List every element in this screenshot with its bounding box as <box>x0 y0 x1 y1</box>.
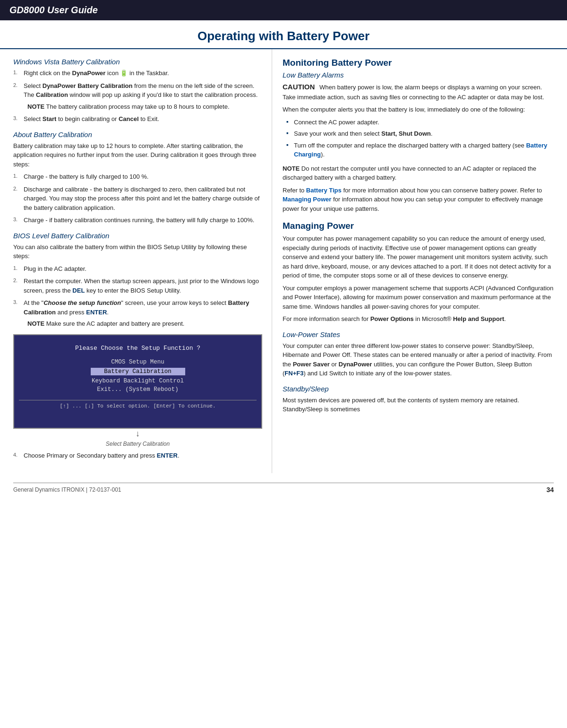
bios-menu-item: CMOS Setup Menu <box>19 358 257 366</box>
page-title-bar: Operating with Battery Power <box>0 20 567 49</box>
content-area: Windows Vista Battery Calibration 1. Rig… <box>0 49 567 473</box>
list-item: 3. At the "Choose the setup function" sc… <box>13 298 262 329</box>
list-item: Save your work and then select Start, Sh… <box>286 129 554 139</box>
list-item: 1. Charge - the battery is fully charged… <box>13 172 262 182</box>
list-item: 2. Discharge and calibrate - the battery… <box>13 185 262 213</box>
refer-para: Refer to Battery Tips for more informati… <box>283 186 554 214</box>
battery-tips-link[interactable]: Battery Tips <box>306 187 342 194</box>
low-battery-para1: When the computer alerts you that the ba… <box>283 105 554 114</box>
section-managing-heading: Managing Power <box>283 221 554 231</box>
section-standby-heading: Standby/Sleep <box>283 385 554 393</box>
section-bios-heading: BIOS Level Battery Calibration <box>13 232 262 240</box>
list-item: 1. Plug in the AC adapter. <box>13 264 262 274</box>
page-footer: General Dynamics ITRONIX | 72-0137-001 3… <box>13 483 554 496</box>
bios-menu-item: Keyboard Backlight Control <box>19 377 257 385</box>
caution-text: When battery power is low, the alarm bee… <box>283 84 544 101</box>
list-item: 3. Select Start to begin calibrating or … <box>13 114 262 124</box>
list-item: Connect the AC power adapter. <box>286 118 554 127</box>
battery-charging-link[interactable]: Battery Charging <box>294 142 547 158</box>
list-item: 1. Right click on the DynaPower icon 🔋 i… <box>13 69 262 78</box>
bios-status-bar: [↑] ... [↓] To select option. [Enter] To… <box>19 400 257 409</box>
vista-steps-list: 1. Right click on the DynaPower icon 🔋 i… <box>13 69 262 124</box>
bios-screenshot: Please Choose the Setup Function ? CMOS … <box>13 334 262 429</box>
footer-company: General Dynamics ITRONIX | 72-0137-001 <box>13 486 121 493</box>
section-about-heading: About Battery Calibration <box>13 130 262 139</box>
bios-screen-title: Please Choose the Setup Function ? <box>19 345 257 352</box>
bios-caption: Select Battery Calibration <box>13 441 262 447</box>
caution-label: CAUTION <box>283 83 315 91</box>
bios-arrow-icon: ↓ <box>13 429 262 439</box>
page-header: GD8000 User Guide <box>0 0 567 20</box>
bios-menu-item: Exit... (System Reboot) <box>19 386 257 393</box>
standby-para1: Most system devices are powered off, but… <box>283 396 554 414</box>
left-column: Windows Vista Battery Calibration 1. Rig… <box>0 49 272 473</box>
managing-power-link[interactable]: Managing Power <box>283 196 331 203</box>
bios-steps-list: 1. Plug in the AC adapter. 2. Restart th… <box>13 264 262 329</box>
list-item: 3. Charge - if battery calibration conti… <box>13 216 262 225</box>
about-intro: Battery calibration may take up to 12 ho… <box>13 141 262 169</box>
note2-text: Do not restart the computer until you ha… <box>283 165 536 182</box>
note-block: NOTE Make sure the AC adapter and batter… <box>24 319 262 329</box>
managing-para2: Your computer employs a power management… <box>283 284 554 312</box>
caution-paragraph: CAUTION When battery power is low, the a… <box>283 82 554 102</box>
managing-para3: For more information search for Power Op… <box>283 314 554 324</box>
bios-step4-list: 4. Choose Primary or Secondary battery a… <box>13 451 262 460</box>
lowpower-para1: Your computer can enter three different … <box>283 341 554 378</box>
footer-page-number: 34 <box>546 486 554 494</box>
list-item: 2. Restart the computer. When the startu… <box>13 277 262 295</box>
header-title: GD8000 User Guide <box>9 5 98 15</box>
section-lowpower-heading: Low-Power States <box>283 330 554 338</box>
right-column: Monitoring Battery Power Low Battery Ala… <box>272 49 567 473</box>
section-monitoring-heading: Monitoring Battery Power <box>283 58 554 68</box>
page-title: Operating with Battery Power <box>19 29 548 43</box>
bios-intro: You can also calibrate the battery from … <box>13 243 262 261</box>
note-block: NOTE The battery calibration process may… <box>24 102 262 112</box>
list-item: 2. Select DynaPower Battery Calibration … <box>13 81 262 112</box>
note2-label: NOTE <box>283 165 300 172</box>
low-battery-list: Connect the AC power adapter. Save your … <box>286 118 554 159</box>
note2-paragraph: NOTE Do not restart the computer until y… <box>283 164 554 182</box>
section-vista-heading: Windows Vista Battery Calibration <box>13 58 262 66</box>
managing-para1: Your computer has power management capab… <box>283 234 554 280</box>
list-item: Turn off the computer and replace the di… <box>286 141 554 159</box>
bios-menu-item-selected: Battery Calibration <box>91 368 185 375</box>
about-steps-list: 1. Charge - the battery is fully charged… <box>13 172 262 225</box>
list-item: 4. Choose Primary or Secondary battery a… <box>13 451 262 460</box>
section-low-battery-heading: Low Battery Alarms <box>283 71 554 79</box>
